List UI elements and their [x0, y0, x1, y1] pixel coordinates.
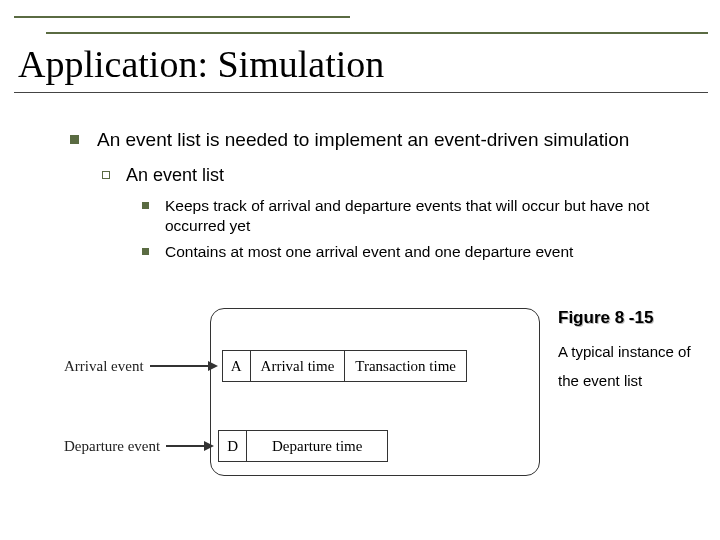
- figure-caption-line1: A typical instance of: [558, 338, 720, 367]
- departure-node-tag: D: [219, 431, 247, 461]
- arrow-head-icon: [204, 441, 214, 451]
- arrival-node-tag: A: [223, 351, 251, 381]
- bullet-l1-text: An event list is needed to implement an …: [97, 128, 629, 153]
- bullet-l3b-text: Contains at most one arrival event and o…: [165, 242, 573, 262]
- departure-node: D Departure time: [218, 430, 388, 462]
- top-accent-long: [46, 32, 708, 34]
- bullet-level2: An event list: [102, 165, 696, 186]
- arrival-node: A Arrival time Transaction time: [222, 350, 467, 382]
- slide-title: Application: Simulation: [18, 42, 384, 86]
- figure-title: Figure 8 -15: [558, 308, 720, 328]
- title-underline: [14, 92, 708, 93]
- arrow-line: [166, 445, 204, 447]
- bullet-l2-text: An event list: [126, 165, 224, 186]
- bullet-level1: An event list is needed to implement an …: [70, 128, 696, 153]
- arrow-line: [150, 365, 208, 367]
- arrival-event-row: Arrival event A Arrival time Transaction…: [64, 350, 467, 382]
- square-bullet-icon: [70, 135, 79, 144]
- departure-event-row: Departure event D Departure time: [64, 430, 388, 462]
- bullet-l3a-text: Keeps track of arrival and departure eve…: [165, 196, 696, 236]
- arrival-node-trans: Transaction time: [345, 351, 466, 381]
- arrival-node-time: Arrival time: [251, 351, 346, 381]
- arrow-head-icon: [208, 361, 218, 371]
- departure-node-time: Departure time: [247, 431, 387, 461]
- figure-caption-line2: the event list: [558, 367, 720, 396]
- arrow-icon: [166, 441, 214, 451]
- arrow-icon: [150, 361, 218, 371]
- content-area: An event list is needed to implement an …: [70, 128, 696, 262]
- open-square-bullet-icon: [102, 171, 110, 179]
- figure-caption-block: Figure 8 -15 A typical instance of the e…: [558, 308, 720, 395]
- bullet-level3-b: Contains at most one arrival event and o…: [142, 242, 696, 262]
- bullet-level3-a: Keeps track of arrival and departure eve…: [142, 196, 696, 236]
- arrival-event-label: Arrival event: [64, 358, 144, 375]
- square-bullet-small-icon: [142, 202, 149, 209]
- square-bullet-small-icon: [142, 248, 149, 255]
- top-accent-short: [14, 16, 350, 18]
- departure-event-label: Departure event: [64, 438, 160, 455]
